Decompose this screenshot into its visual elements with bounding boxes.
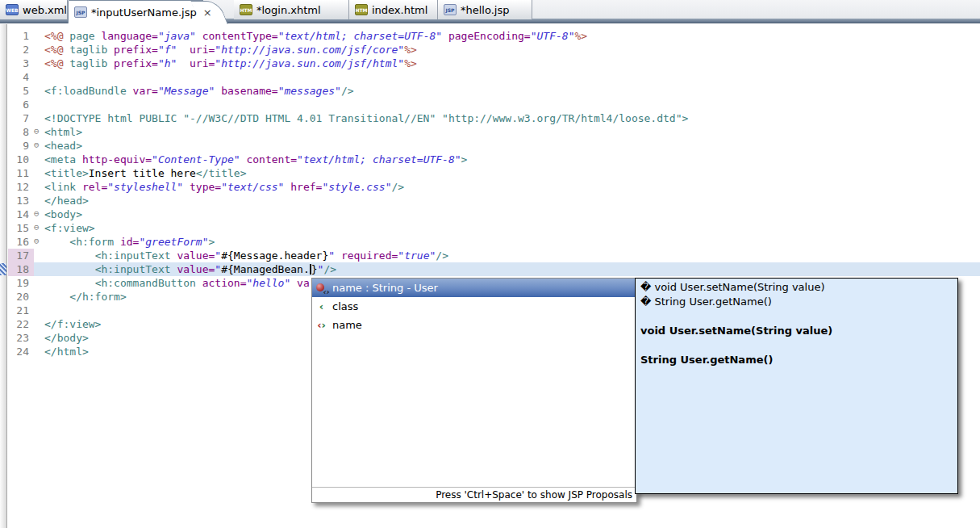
code-line[interactable]: 4 [8,70,980,84]
code-text[interactable]: <f:view> [44,221,980,235]
code-text[interactable]: <html> [44,125,980,139]
jsp-file-icon: JSP [444,4,457,15]
line-number: 10 [8,153,34,166]
line-number: 2 [8,43,34,57]
line-number: 7 [8,111,34,125]
javadoc-line [640,338,953,353]
code-text[interactable]: <h:inputText value="#{ManagedBean.}"/> [44,262,980,276]
code-text[interactable]: <f:loadBundle var="Message" basename="me… [44,84,980,98]
code-line[interactable]: 5<f:loadBundle var="Message" basename="m… [8,84,980,98]
code-line[interactable]: 17 <h:inputText value="#{Message.header}… [8,249,980,262]
proposal-class[interactable]: ‹class [312,297,636,316]
el-property-icon: ‹› [315,282,327,295]
code-line[interactable]: 1<%@ page language="java" contentType="t… [8,29,980,43]
line-number: 6 [8,98,34,111]
line-number: 23 [8,331,34,345]
line-number: 24 [8,345,34,358]
range-indicator-marker [0,263,6,275]
content-assist-popup: ‹›name : String - User‹class‹›name Press… [311,278,637,503]
fold-column [34,98,44,111]
code-line[interactable]: 6 [8,98,980,111]
code-line[interactable]: 16⊖ <h:form id="greetForm"> [8,235,980,249]
code-text[interactable] [44,98,980,111]
line-number: 21 [8,304,34,317]
line-number: 14 [8,207,34,221]
javadoc-line: � void User.setName(String value) [640,280,953,295]
line-number: 11 [8,166,34,180]
proposal-name[interactable]: ‹›name [312,316,636,334]
code-text[interactable]: <%@ page language="java" contentType="te… [44,29,980,43]
jsp-file-icon: JSP [74,6,87,18]
fold-column [34,331,44,345]
line-number: 8 [8,125,34,139]
fold-column [34,70,44,84]
htm-file-icon: HTM [240,4,252,15]
javadoc-popup: � void User.setName(String value)� Strin… [635,278,958,494]
htm-file-icon: HTM [355,4,368,15]
tab-close-icon[interactable]: × [203,7,212,18]
code-line[interactable]: 10<meta http-equiv="Content-Type" conten… [8,153,980,166]
code-text[interactable] [44,70,980,84]
fold-column [34,276,44,290]
javadoc-line: String User.getName() [640,353,953,367]
fold-column [34,57,44,70]
tab-label: *hello.jsp [461,4,509,16]
javadoc-line: � String User.getName() [640,295,953,309]
fold-column [34,111,44,125]
fold-collapse-icon[interactable]: ⊖ [34,221,44,235]
tab-label: *login.xhtml [256,4,321,16]
code-line[interactable]: 11<title>Insert title here</title> [8,166,980,180]
code-text[interactable]: </head> [44,194,980,207]
line-number: 22 [8,317,34,331]
code-line[interactable]: 2<%@ taglib prefix="f" uri="http://java.… [8,43,980,57]
fold-column [34,43,44,57]
fold-column [34,317,44,331]
chevron-left-icon: ‹ [315,300,327,313]
code-line[interactable]: 14⊖<body> [8,207,980,221]
editor-tab-inputusernamejsp[interactable]: JSP*inputUserName.jsp× [68,0,203,23]
line-number: 9 [8,139,34,153]
code-text[interactable]: <meta http-equiv="Content-Type" content=… [44,153,980,166]
editor-tab-loginxhtml[interactable]: HTM*login.xhtml [234,0,349,19]
proposal-label: name [332,319,362,331]
code-text[interactable]: <h:inputText value="#{Message.header}" r… [44,249,980,262]
code-text[interactable]: <link rel="styleshell" type="text/css" h… [44,180,980,194]
proposal-label: class [332,300,358,312]
code-line[interactable]: 15⊖<f:view> [8,221,980,235]
code-line[interactable]: 18 <h:inputText value="#{ManagedBean.}"/… [8,262,980,276]
fold-column [34,290,44,304]
code-line[interactable]: 8⊖<html> [8,125,980,139]
code-text[interactable]: <%@ taglib prefix="f" uri="http://java.s… [44,43,980,57]
fold-collapse-icon[interactable]: ⊖ [34,139,44,153]
content-assist-empty-area [312,334,636,487]
code-text[interactable]: <h:form id="greetForm"> [44,235,980,249]
code-line[interactable]: 13</head> [8,194,980,207]
fold-column [34,345,44,358]
tab-label: web.xml [23,4,67,16]
code-line[interactable]: 7<!DOCTYPE html PUBLIC "-//W3C//DTD HTML… [8,111,980,125]
fold-column [34,249,44,262]
code-text[interactable]: <%@ taglib prefix="h" uri="http://java.s… [44,57,980,70]
line-number: 17 [8,249,34,262]
code-text[interactable]: <head> [44,139,980,153]
fold-collapse-icon[interactable]: ⊖ [34,125,44,139]
chevron-pair-icon: ‹› [315,319,327,332]
proposal-name[interactable]: ‹›name : String - User [312,279,636,297]
annotation-ruler[interactable] [0,24,7,528]
line-number: 13 [8,194,34,207]
editor-tab-webxml[interactable]: WEBweb.xml [0,0,68,19]
content-assist-status-bar: Press 'Ctrl+Space' to show JSP Proposals [312,487,636,502]
code-line[interactable]: 9⊖<head> [8,139,980,153]
javadoc-line: void User.setName(String value) [640,324,953,338]
code-text[interactable]: <body> [44,207,980,221]
fold-collapse-icon[interactable]: ⊖ [34,207,44,221]
web-file-icon: WEB [6,4,19,15]
code-text[interactable]: <title>Insert title here</title> [44,166,980,180]
fold-collapse-icon[interactable]: ⊖ [34,235,44,249]
code-line[interactable]: 3<%@ taglib prefix="h" uri="http://java.… [8,57,980,70]
editor-tab-hellojsp[interactable]: JSP*hello.jsp [438,0,532,19]
code-text[interactable]: <!DOCTYPE html PUBLIC "-//W3C//DTD HTML … [44,111,980,125]
line-number: 19 [8,276,34,290]
editor-tab-indexhtml[interactable]: HTMindex.html [349,0,438,19]
code-line[interactable]: 12<link rel="styleshell" type="text/css"… [8,180,980,194]
